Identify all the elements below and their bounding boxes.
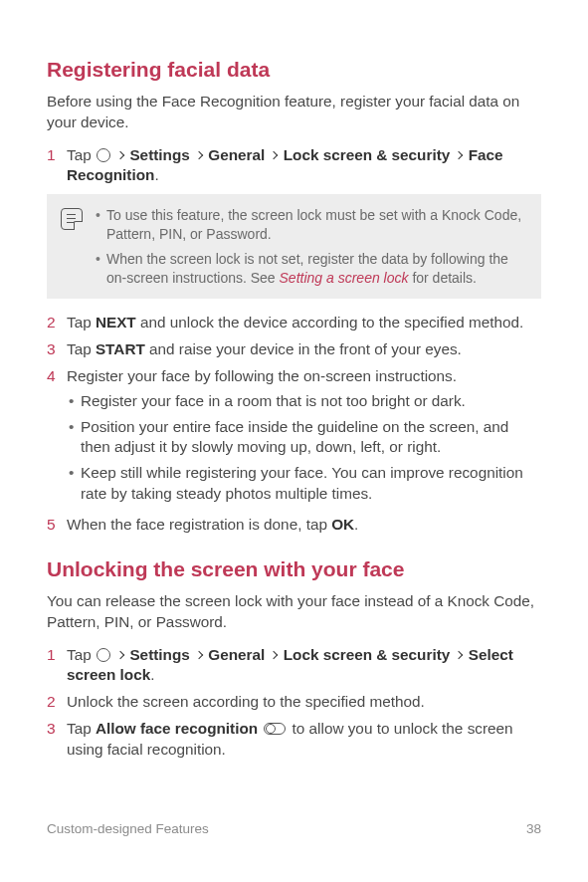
step-number: 4 <box>47 366 57 509</box>
step-1-register: 1 Tap Settings General Lock screen & sec… <box>47 145 541 186</box>
chevron-right-icon <box>270 650 278 658</box>
step-body: Tap Allow face recognition to allow you … <box>67 719 541 760</box>
step-body: Unlock the screen according to the speci… <box>67 692 541 713</box>
text: Tap <box>67 646 96 663</box>
step-body: Tap START and raise your device in the f… <box>67 339 541 360</box>
button-label-ok: OK <box>331 516 354 533</box>
step-body: When the face registration is done, tap … <box>67 515 541 536</box>
text: and unlock the device according to the s… <box>136 314 523 331</box>
step-number: 3 <box>47 719 57 760</box>
note-item: To use this feature, the screen lock mus… <box>95 206 527 244</box>
option-allow-face-recognition: Allow face recognition <box>96 720 258 737</box>
list-item: Register your face in a room that is not… <box>67 391 541 412</box>
page-number: 38 <box>526 820 541 838</box>
step-number: 5 <box>47 515 57 536</box>
step-number: 2 <box>47 692 57 713</box>
heading-unlocking: Unlocking the screen with your face <box>47 555 541 583</box>
intro-unlocking: You can release the screen lock with you… <box>47 591 541 632</box>
step-body: Tap Settings General Lock screen & secur… <box>67 145 541 186</box>
text: When the face registration is done, tap <box>67 516 331 533</box>
path-lock-security: Lock screen & security <box>284 646 451 663</box>
path-settings: Settings <box>129 646 189 663</box>
step-3-register: 3 Tap START and raise your device in the… <box>47 339 541 360</box>
chevron-right-icon <box>116 150 124 158</box>
step-4-register: 4 Register your face by following the on… <box>47 366 541 509</box>
toggle-icon <box>264 723 286 735</box>
sub-bullets: Register your face in a room that is not… <box>67 391 541 504</box>
text: Tap <box>67 146 96 163</box>
apps-icon <box>97 648 110 662</box>
path-settings: Settings <box>129 146 189 163</box>
step-body: Tap NEXT and unlock the device according… <box>67 313 541 333</box>
text: Tap <box>67 340 96 357</box>
note-item: When the screen lock is not set, registe… <box>95 250 527 288</box>
step-number: 2 <box>47 313 57 333</box>
intro-registering: Before using the Face Recognition featur… <box>47 92 541 132</box>
list-item: Position your entire face inside the gui… <box>67 417 541 458</box>
step-2-register: 2 Tap NEXT and unlock the device accordi… <box>47 313 541 333</box>
chevron-right-icon <box>195 150 203 158</box>
text: for details. <box>409 270 477 286</box>
note-icon <box>61 208 83 230</box>
page-footer: Custom-designed Features 38 <box>47 820 541 838</box>
apps-icon <box>97 148 110 162</box>
step-number: 1 <box>47 645 57 686</box>
list-item: Keep still while registering your face. … <box>67 463 541 504</box>
step-3-unlock: 3 Tap Allow face recognition to allow yo… <box>47 719 541 760</box>
step-body: Tap Settings General Lock screen & secur… <box>67 645 541 686</box>
step-5-register: 5 When the face registration is done, ta… <box>47 515 541 536</box>
footer-section-title: Custom-designed Features <box>47 820 209 838</box>
path-lock-security: Lock screen & security <box>284 146 451 163</box>
chevron-right-icon <box>455 150 463 158</box>
chevron-right-icon <box>270 150 278 158</box>
step-1-unlock: 1 Tap Settings General Lock screen & sec… <box>47 645 541 686</box>
note-box: To use this feature, the screen lock mus… <box>47 194 541 300</box>
text: Tap <box>67 720 96 737</box>
path-general: General <box>208 146 265 163</box>
button-label-start: START <box>96 340 145 357</box>
step-number: 1 <box>47 145 57 186</box>
step-body: Register your face by following the on-s… <box>67 366 541 509</box>
chevron-right-icon <box>455 650 463 658</box>
text: . <box>150 666 154 683</box>
step-2-unlock: 2 Unlock the screen according to the spe… <box>47 692 541 713</box>
step-number: 3 <box>47 339 57 360</box>
chevron-right-icon <box>116 650 124 658</box>
text: and raise your device in the front of yo… <box>145 340 462 357</box>
link-setting-screen-lock[interactable]: Setting a screen lock <box>280 270 409 286</box>
note-list: To use this feature, the screen lock mus… <box>95 206 527 288</box>
text: Tap <box>67 314 96 331</box>
path-general: General <box>208 646 265 663</box>
chevron-right-icon <box>195 650 203 658</box>
text: . <box>154 166 158 183</box>
button-label-next: NEXT <box>96 314 136 331</box>
heading-registering: Registering facial data <box>47 56 541 84</box>
text: Register your face by following the on-s… <box>67 367 457 384</box>
text: . <box>354 516 358 533</box>
